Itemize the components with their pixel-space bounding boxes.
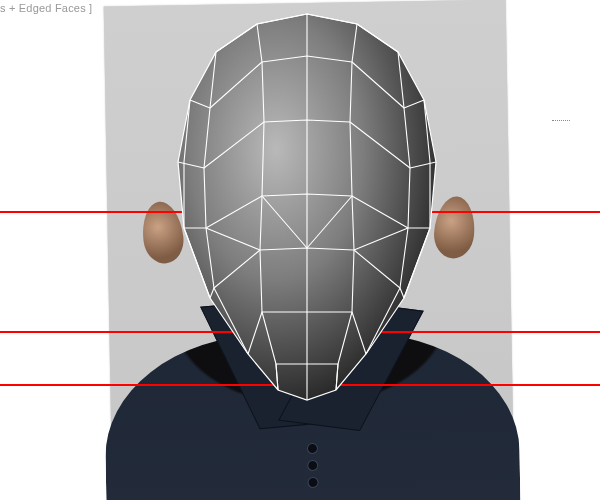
viewport-front[interactable]: s + Edged Faces ] [0, 0, 600, 500]
head-poly-mesh[interactable] [152, 12, 462, 412]
viewport-shading-label[interactable]: s + Edged Faces ] [0, 2, 92, 14]
photo-buttons [307, 437, 319, 494]
viewport-marker [552, 120, 570, 123]
